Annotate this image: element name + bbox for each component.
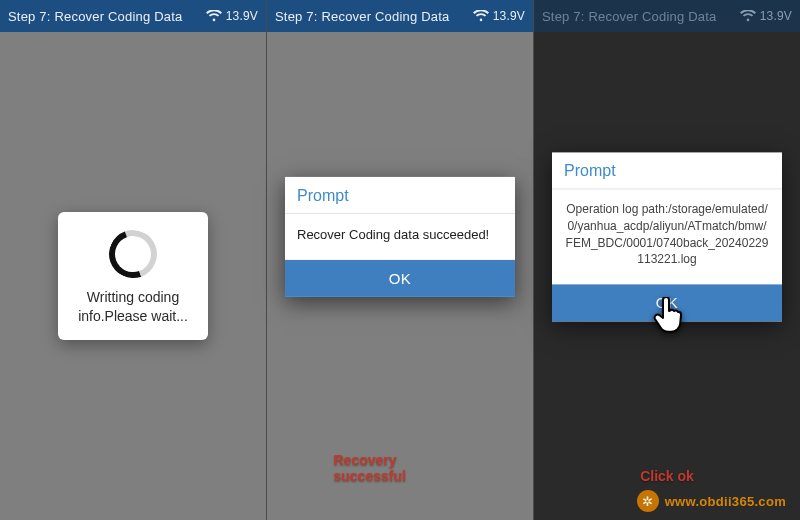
tutorial-caption: Recovery successful (334, 452, 467, 484)
panel-body: Prompt Operation log path:/storage/emula… (534, 32, 800, 520)
panel-3: Step 7: Recover Coding Data 13.9V Prompt… (533, 0, 800, 520)
app-header: Step 7: Recover Coding Data 13.9V (0, 0, 266, 32)
voltage-readout: 13.9V (760, 9, 792, 23)
page-title: Step 7: Recover Coding Data (275, 9, 467, 24)
loading-text: Writting coding info.Please wait... (70, 288, 196, 326)
ok-button[interactable]: OK (285, 260, 515, 297)
dialog-message: Recover Coding data succeeded! (285, 214, 515, 260)
prompt-dialog: Prompt Recover Coding data succeeded! OK (285, 177, 515, 297)
page-title: Step 7: Recover Coding Data (542, 9, 734, 24)
wifi-icon (206, 10, 222, 22)
page-title: Step 7: Recover Coding Data (8, 9, 200, 24)
panel-body: Prompt Recover Coding data succeeded! OK… (267, 32, 533, 520)
voltage-readout: 13.9V (493, 9, 525, 23)
dialog-title: Prompt (285, 177, 515, 214)
wifi-icon (473, 10, 489, 22)
tutorial-caption: Click ok (640, 468, 694, 484)
panel-body: Writting coding info.Please wait... (0, 32, 266, 520)
voltage-readout: 13.9V (226, 9, 258, 23)
dialog-title: Prompt (552, 152, 782, 189)
watermark: ✲ www.obdii365.com (637, 490, 786, 512)
watermark-text: www.obdii365.com (665, 494, 786, 509)
app-header: Step 7: Recover Coding Data 13.9V (267, 0, 533, 32)
spinner-icon (101, 222, 165, 286)
app-header: Step 7: Recover Coding Data 13.9V (534, 0, 800, 32)
ok-button[interactable]: OK (552, 285, 782, 322)
wifi-icon (740, 10, 756, 22)
prompt-dialog: Prompt Operation log path:/storage/emula… (552, 152, 782, 321)
panel-2: Step 7: Recover Coding Data 13.9V Prompt… (266, 0, 533, 520)
loading-card: Writting coding info.Please wait... (58, 212, 208, 340)
dialog-message: Operation log path:/storage/emulated/0/y… (552, 189, 782, 284)
three-panel-tutorial: Step 7: Recover Coding Data 13.9V Writti… (0, 0, 800, 520)
gear-icon: ✲ (637, 490, 659, 512)
panel-1: Step 7: Recover Coding Data 13.9V Writti… (0, 0, 266, 520)
